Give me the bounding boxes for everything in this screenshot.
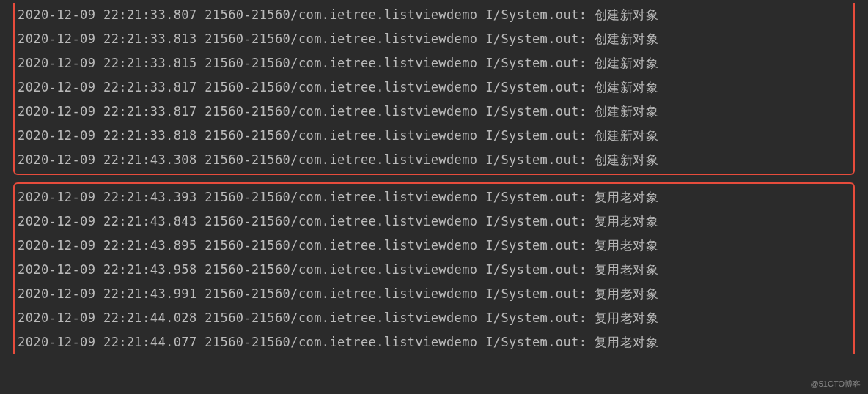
- log-line[interactable]: 2020-12-09 22:21:33.815 21560-21560/com.…: [18, 51, 850, 75]
- log-group: 2020-12-09 22:21:43.393 21560-21560/com.…: [13, 182, 855, 354]
- log-line[interactable]: 2020-12-09 22:21:33.807 21560-21560/com.…: [18, 3, 850, 27]
- log-tag: I/System.out:: [485, 214, 586, 228]
- log-process: 21560-21560/com.ietree.listviewdemo: [205, 335, 477, 349]
- log-tag: I/System.out:: [485, 286, 586, 301]
- log-line[interactable]: 2020-12-09 22:21:43.895 21560-21560/com.…: [18, 234, 850, 258]
- log-date: 2020-12-09: [18, 214, 95, 228]
- log-line[interactable]: 2020-12-09 22:21:44.077 21560-21560/com.…: [18, 330, 850, 354]
- log-time: 22:21:33.817: [103, 104, 197, 119]
- log-tag: I/System.out:: [485, 335, 586, 349]
- log-time: 22:21:33.813: [103, 31, 197, 46]
- log-message: 复用老对象: [595, 335, 658, 349]
- log-message: 创建新对象: [595, 80, 658, 94]
- log-date: 2020-12-09: [18, 128, 95, 143]
- watermark: @51CTO博客: [811, 379, 861, 390]
- log-process: 21560-21560/com.ietree.listviewdemo: [205, 238, 477, 253]
- log-date: 2020-12-09: [18, 152, 95, 167]
- log-date: 2020-12-09: [18, 311, 95, 325]
- log-process: 21560-21560/com.ietree.listviewdemo: [205, 286, 477, 301]
- log-tag: I/System.out:: [485, 31, 586, 46]
- log-time: 22:21:43.393: [103, 190, 197, 204]
- log-line[interactable]: 2020-12-09 22:21:33.813 21560-21560/com.…: [18, 27, 850, 51]
- log-message: 创建新对象: [595, 104, 658, 119]
- log-line[interactable]: 2020-12-09 22:21:43.843 21560-21560/com.…: [18, 209, 850, 234]
- log-message: 复用老对象: [595, 311, 658, 325]
- log-tag: I/System.out:: [485, 152, 586, 167]
- log-message: 复用老对象: [595, 214, 658, 228]
- log-time: 22:21:43.958: [103, 262, 197, 277]
- log-line[interactable]: 2020-12-09 22:21:33.818 21560-21560/com.…: [18, 124, 850, 148]
- log-process: 21560-21560/com.ietree.listviewdemo: [205, 152, 477, 167]
- log-message: 创建新对象: [595, 152, 658, 167]
- log-message: 创建新对象: [595, 31, 658, 46]
- log-process: 21560-21560/com.ietree.listviewdemo: [205, 31, 477, 46]
- log-tag: I/System.out:: [485, 190, 586, 204]
- log-time: 22:21:43.843: [103, 214, 197, 228]
- log-time: 22:21:33.807: [103, 7, 197, 22]
- log-tag: I/System.out:: [485, 80, 586, 94]
- log-date: 2020-12-09: [18, 335, 95, 349]
- logcat-panel[interactable]: 2020-12-09 22:21:33.807 21560-21560/com.…: [0, 3, 868, 354]
- log-process: 21560-21560/com.ietree.listviewdemo: [205, 262, 477, 277]
- log-time: 22:21:44.028: [103, 311, 197, 325]
- log-date: 2020-12-09: [18, 56, 95, 70]
- log-message: 创建新对象: [595, 128, 658, 143]
- log-tag: I/System.out:: [485, 128, 586, 143]
- log-time: 22:21:44.077: [103, 335, 197, 349]
- log-time: 22:21:33.818: [103, 128, 197, 143]
- log-date: 2020-12-09: [18, 80, 95, 94]
- log-process: 21560-21560/com.ietree.listviewdemo: [205, 214, 477, 228]
- log-process: 21560-21560/com.ietree.listviewdemo: [205, 128, 477, 143]
- log-date: 2020-12-09: [18, 190, 95, 204]
- log-tag: I/System.out:: [485, 262, 586, 277]
- log-line[interactable]: 2020-12-09 22:21:44.028 21560-21560/com.…: [18, 306, 850, 330]
- log-date: 2020-12-09: [18, 104, 95, 119]
- log-process: 21560-21560/com.ietree.listviewdemo: [205, 311, 477, 325]
- log-time: 22:21:43.308: [103, 152, 197, 167]
- log-process: 21560-21560/com.ietree.listviewdemo: [205, 104, 477, 119]
- log-time: 22:21:33.815: [103, 56, 197, 70]
- log-line[interactable]: 2020-12-09 22:21:43.308 21560-21560/com.…: [18, 148, 850, 172]
- log-message: 创建新对象: [595, 56, 658, 70]
- log-tag: I/System.out:: [485, 238, 586, 253]
- log-line[interactable]: 2020-12-09 22:21:33.817 21560-21560/com.…: [18, 75, 850, 100]
- log-message: 创建新对象: [595, 7, 658, 22]
- log-tag: I/System.out:: [485, 104, 586, 119]
- log-process: 21560-21560/com.ietree.listviewdemo: [205, 80, 477, 94]
- log-tag: I/System.out:: [485, 311, 586, 325]
- log-date: 2020-12-09: [18, 262, 95, 277]
- log-time: 22:21:43.991: [103, 286, 197, 301]
- log-tag: I/System.out:: [485, 7, 586, 22]
- log-time: 22:21:43.895: [103, 238, 197, 253]
- log-tag: I/System.out:: [485, 56, 586, 70]
- log-date: 2020-12-09: [18, 286, 95, 301]
- log-group: 2020-12-09 22:21:33.807 21560-21560/com.…: [13, 3, 855, 175]
- log-message: 复用老对象: [595, 286, 658, 301]
- log-line[interactable]: 2020-12-09 22:21:43.991 21560-21560/com.…: [18, 282, 850, 306]
- log-line[interactable]: 2020-12-09 22:21:43.393 21560-21560/com.…: [18, 185, 850, 209]
- log-date: 2020-12-09: [18, 238, 95, 253]
- log-line[interactable]: 2020-12-09 22:21:43.958 21560-21560/com.…: [18, 258, 850, 282]
- log-date: 2020-12-09: [18, 31, 95, 46]
- log-line[interactable]: 2020-12-09 22:21:33.817 21560-21560/com.…: [18, 100, 850, 124]
- log-process: 21560-21560/com.ietree.listviewdemo: [205, 7, 477, 22]
- log-message: 复用老对象: [595, 262, 658, 277]
- log-message: 复用老对象: [595, 238, 658, 253]
- log-date: 2020-12-09: [18, 7, 95, 22]
- log-process: 21560-21560/com.ietree.listviewdemo: [205, 190, 477, 204]
- log-process: 21560-21560/com.ietree.listviewdemo: [205, 56, 477, 70]
- log-time: 22:21:33.817: [103, 80, 197, 94]
- log-message: 复用老对象: [595, 190, 658, 204]
